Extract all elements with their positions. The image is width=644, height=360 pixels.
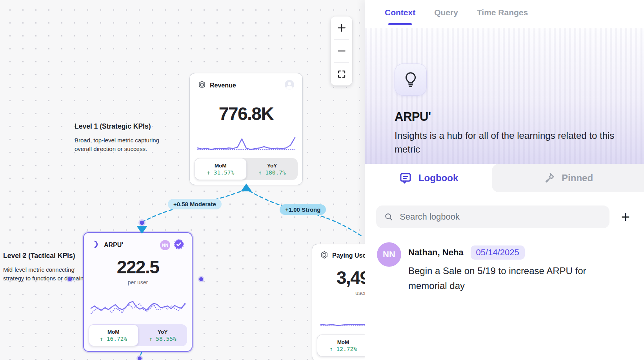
- add-entry-button[interactable]: +: [620, 209, 631, 224]
- metric-unit: users: [317, 290, 365, 296]
- plus-icon: [337, 23, 347, 33]
- panel-tab-bar: Context Query Time Ranges: [365, 0, 644, 28]
- yoy-stat[interactable]: YoY ↑ 58.55%: [138, 324, 187, 346]
- sparkline-chart: [320, 311, 365, 331]
- tab-logbook[interactable]: Logbook: [365, 164, 492, 192]
- lightbulb-icon: [402, 71, 419, 89]
- stats-toggle: MoM ↑ 16.72% YoY ↑ 58.55%: [89, 324, 187, 346]
- metric-description: Insights is a hub for all of the learnin…: [395, 129, 622, 156]
- metric-card-paying-users[interactable]: Paying Users' 3,49 users MoM ↑ 12.72%: [312, 244, 365, 360]
- mom-label: MoM: [215, 163, 227, 169]
- level2-title: Level 2 (Tactical KPIs): [3, 252, 88, 260]
- sparkline-chart: [197, 135, 296, 154]
- yoy-label: YoY: [158, 329, 167, 335]
- entry-date-badge: 05/14/2025: [471, 245, 525, 260]
- metric-value: 3,49: [317, 267, 365, 288]
- connection-handle[interactable]: [138, 219, 146, 226]
- stats-toggle: MoM ↑ 12.72%: [317, 335, 365, 356]
- yoy-stat[interactable]: YoY ↑ 180.7%: [247, 158, 298, 180]
- tab-context-label: Context: [385, 8, 415, 17]
- metric-unit: per user: [89, 279, 187, 285]
- yoy-value: ↑ 58.55%: [149, 336, 176, 342]
- tab-query[interactable]: Query: [434, 8, 458, 28]
- connection-handle[interactable]: [198, 276, 204, 282]
- mom-value: ↑ 16.72%: [100, 336, 127, 342]
- mom-label: MoM: [337, 339, 349, 345]
- mom-value: ↑ 31.57%: [207, 169, 234, 176]
- entry-avatar: NN: [377, 242, 401, 267]
- connection-handle[interactable]: [136, 355, 143, 360]
- hexagon-icon: [320, 251, 329, 261]
- tab-pinned[interactable]: Pinned: [492, 164, 644, 192]
- card-title: ARPU': [104, 242, 123, 249]
- zoom-out-button[interactable]: [331, 40, 352, 62]
- search-icon: [384, 212, 393, 222]
- yoy-label: YoY: [267, 163, 277, 169]
- stats-toggle: MoM ↑ 31.57% YoY ↑ 180.7%: [195, 158, 298, 180]
- logbook-entry[interactable]: NN Nathan, Neha 05/14/2025 Begin a Sale …: [365, 228, 644, 293]
- entry-text: Begin a Sale on 5/19 to increase ARPU fo…: [408, 264, 604, 293]
- entry-author: Nathan, Neha: [408, 247, 464, 258]
- tab-time-ranges-label: Time Ranges: [477, 8, 528, 17]
- logbook-search-row: +: [365, 192, 644, 228]
- tab-time-ranges[interactable]: Time Ranges: [477, 8, 528, 28]
- yoy-value: ↑ 180.7%: [258, 169, 286, 176]
- mom-value: ↑ 12.72%: [329, 346, 357, 352]
- edge-arpu-down: [140, 353, 142, 357]
- pin-icon: [543, 172, 555, 184]
- mom-stat[interactable]: MoM ↑ 12.72%: [317, 335, 365, 356]
- tab-context[interactable]: Context: [385, 8, 415, 28]
- metric-card-revenue[interactable]: Revenue 776.8K MoM ↑ 31.57%: [189, 73, 303, 185]
- level1-title: Level 1 (Strategic KPIs): [75, 122, 159, 131]
- correlation-badge-moderate[interactable]: +0.58 Moderate: [168, 199, 222, 209]
- sparkline-chart: [90, 296, 186, 320]
- level2-annotation: Level 2 (Tactical KPIs) Mid-level metric…: [3, 252, 88, 283]
- fit-view-button[interactable]: [331, 63, 352, 85]
- level1-description: Broad, top-level metric capturing overal…: [75, 136, 159, 153]
- correlation-badge-strong[interactable]: +1.00 Strong: [280, 204, 326, 215]
- metric-card-arpu[interactable]: ARPU' NN 222.5 per user MoM ↑ 16.72%: [83, 232, 193, 352]
- metric-value: 776.8K: [195, 103, 298, 124]
- metric-tree-app: Level 1 (Strategic KPIs) Broad, top-leve…: [0, 0, 644, 360]
- user-avatar-icon: [284, 80, 295, 91]
- logbook-pinned-tabbar: Logbook Pinned: [365, 164, 644, 192]
- search-box[interactable]: [376, 205, 609, 228]
- tab-query-label: Query: [434, 8, 458, 17]
- zoom-toolbar: [331, 16, 352, 85]
- verified-badge-icon: [174, 239, 184, 251]
- metric-value: 222.5: [89, 256, 187, 278]
- card-title: Revenue: [210, 82, 236, 89]
- card-title: Paying Users': [332, 252, 365, 259]
- logbook-label: Logbook: [418, 173, 458, 184]
- pinned-label: Pinned: [562, 173, 593, 184]
- owner-avatar-badge: NN: [160, 240, 170, 250]
- zoom-in-button[interactable]: [331, 16, 352, 39]
- mom-stat[interactable]: MoM ↑ 31.57%: [195, 158, 247, 180]
- insight-icon-tile: [395, 64, 427, 96]
- active-tab-underline: [388, 23, 412, 25]
- metric-canvas[interactable]: Level 1 (Strategic KPIs) Broad, top-leve…: [0, 0, 365, 360]
- search-input[interactable]: [400, 212, 602, 222]
- fullscreen-icon: [337, 69, 346, 79]
- hexagon-icon: [198, 80, 206, 91]
- metric-hero-section: ARPU' Insights is a hub for all of the l…: [365, 28, 644, 164]
- logbook-icon: [399, 171, 412, 185]
- context-panel: Context Query Time Ranges ARPU' Insights…: [365, 0, 644, 360]
- crescent-icon: [92, 240, 100, 250]
- minus-icon: [337, 46, 347, 56]
- level2-description: Mid-level metric connecting strategy to …: [3, 265, 88, 283]
- metric-name-heading: ARPU': [395, 110, 644, 124]
- mom-stat[interactable]: MoM ↑ 16.72%: [89, 324, 138, 346]
- level1-annotation: Level 1 (Strategic KPIs) Broad, top-leve…: [75, 122, 159, 153]
- mom-label: MoM: [107, 329, 120, 335]
